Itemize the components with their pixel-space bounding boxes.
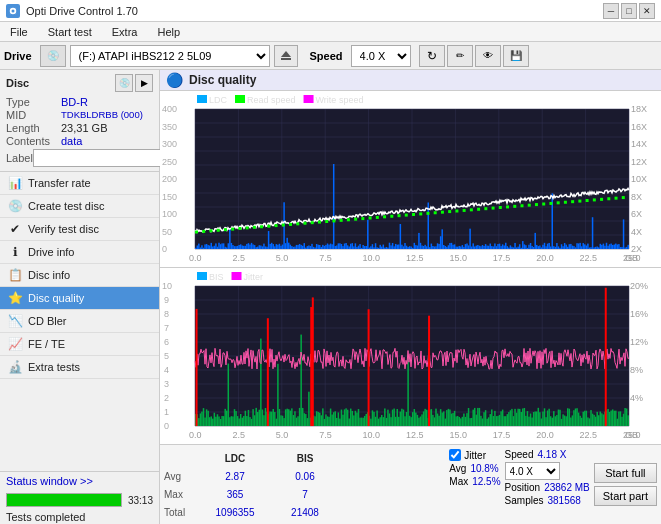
stats-total-ldc: 1096355 bbox=[200, 507, 270, 518]
mid-label: MID bbox=[6, 109, 61, 121]
bottom-chart-canvas bbox=[160, 268, 661, 444]
nav-disc-info-label: Disc info bbox=[28, 269, 70, 281]
minimize-button[interactable]: ─ bbox=[603, 3, 619, 19]
chart-header: 🔵 Disc quality bbox=[160, 70, 661, 91]
progress-bar-inner bbox=[7, 494, 121, 506]
refresh-button[interactable]: ↻ bbox=[419, 45, 445, 67]
nav-create-test-disc-label: Create test disc bbox=[28, 200, 104, 212]
status-window-button[interactable]: Status window >> bbox=[0, 471, 159, 490]
left-panel: Disc 💿 ▶ Type BD-R MID TDKBLDRBB (000) L… bbox=[0, 70, 160, 524]
chart-bottom bbox=[160, 268, 661, 444]
svg-marker-3 bbox=[281, 51, 291, 57]
close-button[interactable]: ✕ bbox=[639, 3, 655, 19]
app-icon bbox=[6, 4, 20, 18]
menu-start-test[interactable]: Start test bbox=[42, 24, 98, 40]
jitter-max-val: 12.5% bbox=[472, 476, 500, 487]
stats-total-label: Total bbox=[164, 507, 200, 518]
nav-extra-tests[interactable]: 🔬 Extra tests bbox=[0, 356, 159, 379]
contents-value: data bbox=[61, 135, 153, 147]
menu-file[interactable]: File bbox=[4, 24, 34, 40]
samples-value: 381568 bbox=[547, 495, 580, 506]
nav-disc-info[interactable]: 📋 Disc info bbox=[0, 264, 159, 287]
drive-select[interactable]: (F:) ATAPI iHBS212 2 5L09 bbox=[70, 45, 270, 67]
verify-test-disc-icon: ✔ bbox=[8, 222, 22, 236]
length-value: 23,31 GB bbox=[61, 122, 153, 134]
speed-label: Speed bbox=[310, 50, 343, 62]
stats-row-avg: Avg 2.87 0.06 bbox=[164, 467, 445, 485]
start-full-button[interactable]: Start full bbox=[594, 463, 657, 483]
main-area: Disc 💿 ▶ Type BD-R MID TDKBLDRBB (000) L… bbox=[0, 70, 661, 524]
stats-max-label: Max bbox=[164, 489, 200, 500]
disc-icon-2[interactable]: ▶ bbox=[135, 74, 153, 92]
drive-label: Drive bbox=[4, 50, 32, 62]
drive-bar: Drive 💿 (F:) ATAPI iHBS212 2 5L09 Speed … bbox=[0, 42, 661, 70]
jitter-avg-label: Avg bbox=[449, 463, 466, 474]
title-bar: Opti Drive Control 1.70 ─ □ ✕ bbox=[0, 0, 661, 22]
nav-drive-info[interactable]: ℹ Drive info bbox=[0, 241, 159, 264]
speed-area: Speed 4.18 X 4.0 X2.0 XMAX Position 2386… bbox=[505, 449, 590, 520]
label-input[interactable] bbox=[33, 149, 166, 167]
type-value: BD-R bbox=[61, 96, 153, 108]
type-label: Type bbox=[6, 96, 61, 108]
read-button[interactable]: 👁 bbox=[475, 45, 501, 67]
position-value: 23862 MB bbox=[544, 482, 590, 493]
stats-area: LDC BIS Avg 2.87 0.06 Max 365 7 Total 10… bbox=[160, 444, 661, 524]
label-label: Label bbox=[6, 152, 33, 164]
write-button[interactable]: ✏ bbox=[447, 45, 473, 67]
start-part-button[interactable]: Start part bbox=[594, 486, 657, 506]
nav-verify-test-disc[interactable]: ✔ Verify test disc bbox=[0, 218, 159, 241]
fe-te-icon: 📈 bbox=[8, 337, 22, 351]
transfer-rate-icon: 📊 bbox=[8, 176, 22, 190]
nav-transfer-rate-label: Transfer rate bbox=[28, 177, 91, 189]
progress-bar-outer bbox=[6, 493, 122, 507]
speed-stat-select[interactable]: 4.0 X2.0 XMAX bbox=[505, 462, 560, 480]
menu-extra[interactable]: Extra bbox=[106, 24, 144, 40]
drive-icon-btn: 💿 bbox=[40, 45, 66, 67]
extra-tests-icon: 🔬 bbox=[8, 360, 22, 374]
jitter-checkbox[interactable] bbox=[449, 449, 461, 461]
stats-bis-header: BIS bbox=[270, 453, 340, 464]
svg-point-1 bbox=[12, 9, 15, 12]
disc-section: Disc 💿 ▶ Type BD-R MID TDKBLDRBB (000) L… bbox=[0, 70, 159, 172]
speed-stat-label: Speed bbox=[505, 449, 534, 460]
stats-avg-label: Avg bbox=[164, 471, 200, 482]
nav-cd-bler[interactable]: 📉 CD Bler bbox=[0, 310, 159, 333]
length-label: Length bbox=[6, 122, 61, 134]
create-test-disc-icon: 💿 bbox=[8, 199, 22, 213]
jitter-avg-val: 10.8% bbox=[470, 463, 498, 474]
jitter-area: Jitter Avg 10.8% Max 12.5% bbox=[449, 449, 500, 520]
status-text: Tests completed bbox=[0, 510, 159, 524]
cd-bler-icon: 📉 bbox=[8, 314, 22, 328]
position-label: Position bbox=[505, 482, 541, 493]
maximize-button[interactable]: □ bbox=[621, 3, 637, 19]
nav-verify-test-disc-label: Verify test disc bbox=[28, 223, 99, 235]
chart-header-icon: 🔵 bbox=[166, 72, 183, 88]
stats-avg-bis: 0.06 bbox=[270, 471, 340, 482]
nav-fe-te[interactable]: 📈 FE / TE bbox=[0, 333, 159, 356]
chart-title: Disc quality bbox=[189, 73, 256, 87]
status-window-label: Status window >> bbox=[6, 475, 93, 487]
disc-info-icon: 📋 bbox=[8, 268, 22, 282]
nav-disc-quality[interactable]: ⭐ Disc quality bbox=[0, 287, 159, 310]
nav-drive-info-label: Drive info bbox=[28, 246, 74, 258]
speed-select[interactable]: 4.0 X2.0 XMAX bbox=[351, 45, 411, 67]
charts-container bbox=[160, 91, 661, 444]
disc-section-title: Disc bbox=[6, 77, 29, 89]
nav-fe-te-label: FE / TE bbox=[28, 338, 65, 350]
nav-transfer-rate[interactable]: 📊 Transfer rate bbox=[0, 172, 159, 195]
stats-avg-ldc: 2.87 bbox=[200, 471, 270, 482]
progress-area: 33:13 bbox=[0, 490, 159, 510]
speed-stat-value: 4.18 X bbox=[538, 449, 567, 460]
stats-row-max: Max 365 7 bbox=[164, 485, 445, 503]
nav-extra-tests-label: Extra tests bbox=[28, 361, 80, 373]
save-button[interactable]: 💾 bbox=[503, 45, 529, 67]
chart-top bbox=[160, 91, 661, 268]
eject-button[interactable] bbox=[274, 45, 298, 67]
nav-create-test-disc[interactable]: 💿 Create test disc bbox=[0, 195, 159, 218]
jitter-max-label: Max bbox=[449, 476, 468, 487]
menu-help[interactable]: Help bbox=[151, 24, 186, 40]
time-display: 33:13 bbox=[128, 495, 153, 506]
disc-icon-1[interactable]: 💿 bbox=[115, 74, 133, 92]
svg-rect-2 bbox=[281, 58, 291, 60]
stats-max-bis: 7 bbox=[270, 489, 340, 500]
